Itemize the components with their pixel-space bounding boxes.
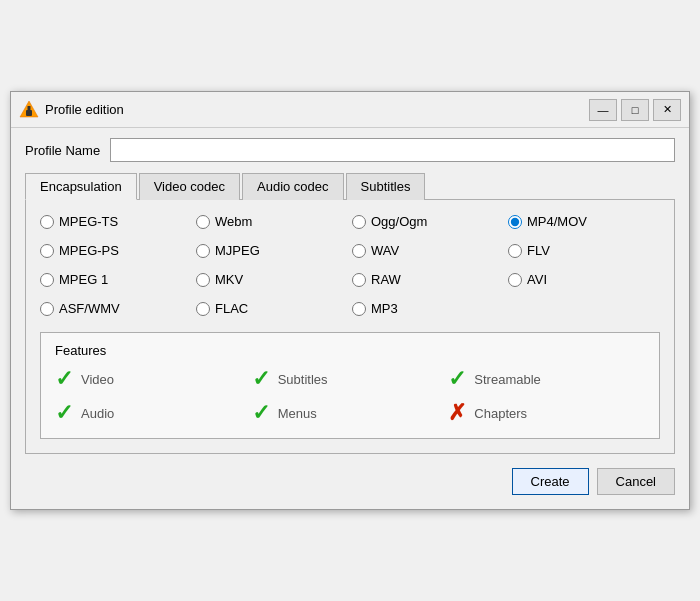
window-content: Profile Name Encapsulation Video codec A…	[11, 128, 689, 509]
feature-label-streamable: Streamable	[474, 372, 540, 387]
radio-flac[interactable]: FLAC	[196, 301, 348, 316]
feature-label-chapters: Chapters	[474, 406, 527, 421]
profile-name-label: Profile Name	[25, 143, 100, 158]
feature-audio: ✓ Audio	[55, 402, 252, 424]
features-box: Features ✓ Video ✓ Subtitles ✓	[40, 332, 660, 439]
tab-audio-codec[interactable]: Audio codec	[242, 173, 344, 200]
radio-mpeg-ts[interactable]: MPEG-TS	[40, 214, 192, 229]
title-bar-buttons: — □ ✕	[589, 99, 681, 121]
cancel-button[interactable]: Cancel	[597, 468, 675, 495]
window-title: Profile edition	[45, 102, 124, 117]
tab-subtitles[interactable]: Subtitles	[346, 173, 426, 200]
features-title: Features	[55, 343, 645, 358]
feature-video: ✓ Video	[55, 368, 252, 390]
create-button[interactable]: Create	[512, 468, 589, 495]
close-button[interactable]: ✕	[653, 99, 681, 121]
check-icon-subtitles: ✓	[252, 368, 270, 390]
feature-subtitles: ✓ Subtitles	[252, 368, 449, 390]
feature-label-video: Video	[81, 372, 114, 387]
radio-mpeg1[interactable]: MPEG 1	[40, 272, 192, 287]
check-icon-menus: ✓	[252, 402, 270, 424]
feature-menus: ✓ Menus	[252, 402, 449, 424]
radio-mp4-mov[interactable]: MP4/MOV	[508, 214, 660, 229]
minimize-button[interactable]: —	[589, 99, 617, 121]
radio-wav[interactable]: WAV	[352, 243, 504, 258]
radio-webm[interactable]: Webm	[196, 214, 348, 229]
radio-mkv[interactable]: MKV	[196, 272, 348, 287]
maximize-button[interactable]: □	[621, 99, 649, 121]
title-bar-left: Profile edition	[19, 100, 124, 120]
radio-asf-wmv[interactable]: ASF/WMV	[40, 301, 192, 316]
title-bar: Profile edition — □ ✕	[11, 92, 689, 128]
radio-mjpeg[interactable]: MJPEG	[196, 243, 348, 258]
tabs-bar: Encapsulation Video codec Audio codec Su…	[25, 172, 675, 200]
features-grid: ✓ Video ✓ Subtitles ✓ Streamable	[55, 368, 645, 424]
check-icon-streamable: ✓	[448, 368, 466, 390]
empty-cell	[508, 301, 660, 316]
radio-raw[interactable]: RAW	[352, 272, 504, 287]
feature-label-subtitles: Subtitles	[278, 372, 328, 387]
check-icon-video: ✓	[55, 368, 73, 390]
profile-edition-window: Profile edition — □ ✕ Profile Name Encap…	[10, 91, 690, 510]
profile-name-row: Profile Name	[25, 138, 675, 162]
tab-content-encapsulation: MPEG-TS Webm Ogg/Ogm MP4/MOV MPEG-	[25, 200, 675, 454]
radio-flv[interactable]: FLV	[508, 243, 660, 258]
profile-name-input[interactable]	[110, 138, 675, 162]
cross-icon-chapters: ✗	[448, 402, 466, 424]
button-row: Create Cancel	[25, 468, 675, 495]
vlc-icon	[19, 100, 39, 120]
svg-rect-2	[28, 106, 31, 110]
radio-ogg-ogm[interactable]: Ogg/Ogm	[352, 214, 504, 229]
feature-label-audio: Audio	[81, 406, 114, 421]
feature-chapters: ✗ Chapters	[448, 402, 645, 424]
tab-encapsulation[interactable]: Encapsulation	[25, 173, 137, 200]
radio-mp3[interactable]: MP3	[352, 301, 504, 316]
encapsulation-options: MPEG-TS Webm Ogg/Ogm MP4/MOV MPEG-	[40, 214, 660, 316]
tab-video-codec[interactable]: Video codec	[139, 173, 240, 200]
radio-avi[interactable]: AVI	[508, 272, 660, 287]
feature-label-menus: Menus	[278, 406, 317, 421]
check-icon-audio: ✓	[55, 402, 73, 424]
radio-mpeg-ps[interactable]: MPEG-PS	[40, 243, 192, 258]
svg-rect-1	[26, 110, 32, 116]
feature-streamable: ✓ Streamable	[448, 368, 645, 390]
